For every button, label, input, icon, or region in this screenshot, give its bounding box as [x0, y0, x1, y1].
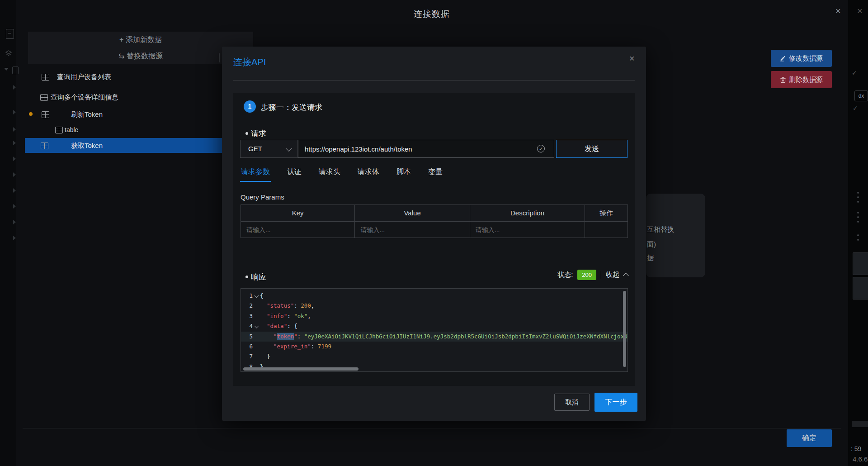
- line-number: 2: [245, 301, 253, 311]
- code-token: "status": [267, 302, 294, 309]
- line-number: 7: [245, 352, 253, 361]
- horizontal-scrollbar[interactable]: [243, 367, 359, 371]
- table-icon: [55, 127, 63, 133]
- tree-collapse-caret[interactable]: [4, 68, 9, 71]
- version-label: 4.6.6: [853, 455, 868, 463]
- line-number: 6: [245, 342, 253, 352]
- info-tooltip-panel: 互相替换 面) 据: [646, 194, 705, 277]
- tree-expand-caret[interactable]: [13, 157, 16, 161]
- edit-datasource-button[interactable]: 修改数据源: [771, 50, 832, 67]
- column-header: Key: [241, 205, 355, 221]
- add-new-data-button[interactable]: + 添加新数据: [28, 32, 253, 48]
- param-input[interactable]: [470, 222, 585, 238]
- code-text: "data": {: [267, 321, 297, 331]
- sidebar-item-5[interactable]: 获取Token: [25, 138, 222, 153]
- dialog-close-icon[interactable]: ×: [835, 6, 841, 15]
- tree-expand-caret[interactable]: [13, 220, 16, 224]
- sidebar-item-label: 查询多个设备详细信息: [51, 93, 118, 102]
- code-token: :: [297, 333, 304, 340]
- code-token: "ok": [294, 313, 307, 319]
- tree-expand-caret[interactable]: [13, 141, 16, 145]
- cancel-button[interactable]: 取消: [554, 394, 590, 411]
- response-meta: 状态: 200 收起: [557, 270, 628, 280]
- tab-6[interactable]: 变量: [427, 167, 443, 182]
- tree-expand-caret[interactable]: [13, 172, 16, 177]
- code-token: "info": [267, 313, 287, 319]
- tree-expand-caret[interactable]: [13, 188, 16, 193]
- line-number: 3: [245, 311, 253, 321]
- query-params-title: Query Params: [241, 193, 284, 201]
- edge-check-icon: ✓: [853, 105, 858, 112]
- fold-arrow-icon[interactable]: [255, 294, 259, 298]
- url-input[interactable]: [298, 140, 554, 158]
- method-value: GET: [248, 145, 262, 152]
- code-token: "expire_in": [274, 343, 311, 350]
- tooltip-line: 面): [647, 240, 656, 249]
- fold-arrow-icon[interactable]: [255, 324, 259, 328]
- column-header: Description: [470, 205, 585, 221]
- tab-1[interactable]: 请求参数: [240, 167, 271, 182]
- request-bullet: [245, 132, 248, 135]
- table-row: [241, 222, 627, 238]
- param-input[interactable]: [355, 222, 469, 238]
- tree-expand-caret[interactable]: [13, 127, 16, 132]
- swap-icon: ⇆: [118, 52, 124, 60]
- request-tabs: 请求参数认证请求头请求体脚本变量: [240, 167, 443, 182]
- sidebar-item-3[interactable]: 刷新Token: [25, 107, 222, 122]
- tree-expand-caret[interactable]: [13, 204, 16, 209]
- step-label: 步骤一：发送请求: [261, 102, 322, 113]
- collapse-label[interactable]: 收起: [606, 271, 619, 279]
- column-header: 操作: [585, 205, 627, 221]
- response-section-label: 响应: [251, 272, 266, 282]
- tree-expand-caret[interactable]: [13, 85, 16, 90]
- table-icon: [42, 111, 49, 118]
- send-button[interactable]: 发送: [556, 140, 627, 158]
- sidebar-item-4[interactable]: table: [25, 122, 222, 137]
- modal-title: 连接API: [233, 56, 266, 68]
- table-icon: [42, 74, 49, 81]
- tree-expand-caret[interactable]: [13, 110, 16, 114]
- sidebar-item-label: table: [65, 126, 78, 133]
- table-icon: [41, 143, 48, 149]
- chevron-up-icon[interactable]: [623, 273, 629, 279]
- table-cell: [585, 222, 627, 238]
- code-text: "token": "eyJ0eXAiOiJKV1QiLCJhbGciOiJIUz…: [274, 332, 628, 342]
- tab-2[interactable]: 认证: [286, 167, 302, 182]
- sidebar-item-2[interactable]: 查询多个设备详细信息: [25, 90, 222, 105]
- next-step-button[interactable]: 下一步: [594, 393, 637, 412]
- confirm-button[interactable]: 确定: [787, 429, 832, 447]
- code-text: {: [260, 291, 264, 301]
- step-number-badge: 1: [244, 100, 256, 113]
- add-new-data-label: 添加新数据: [126, 36, 162, 43]
- thumbnail-card[interactable]: [853, 252, 868, 275]
- thumbnail-card[interactable]: [853, 277, 868, 300]
- tab-3[interactable]: 请求头: [318, 167, 341, 182]
- response-code-editor[interactable]: 1{2"status": 200,3"info": "ok",4"data": …: [241, 288, 628, 372]
- tree-expand-caret[interactable]: [13, 236, 16, 240]
- meta-divider: [601, 271, 601, 279]
- code-line-3: 3"info": "ok",: [241, 311, 627, 321]
- param-input[interactable]: [241, 222, 354, 238]
- sidebar-item-1[interactable]: 查询用户设备列表: [25, 69, 222, 84]
- unsaved-dot-icon: [29, 112, 33, 116]
- code-token: ,: [311, 302, 315, 309]
- document-icon[interactable]: [6, 29, 14, 39]
- code-line-7: 7}: [241, 352, 627, 361]
- dialog-title: 连接数据: [15, 8, 848, 20]
- edge-close-icon[interactable]: ×: [857, 6, 863, 15]
- tab-5[interactable]: 脚本: [396, 167, 412, 182]
- code-token: }: [267, 353, 270, 360]
- table-header-row: KeyValueDescription操作: [241, 205, 627, 222]
- layers-icon[interactable]: [5, 50, 12, 57]
- modal-close-icon[interactable]: ×: [629, 53, 635, 64]
- table-cell: [355, 222, 470, 238]
- sidebar-item-label: 刷新Token: [71, 110, 103, 119]
- vertical-scrollbar[interactable]: [623, 291, 626, 367]
- edge-panel-fragment: [852, 421, 868, 427]
- delete-datasource-button[interactable]: 删除数据源: [771, 71, 832, 88]
- code-line-2: 2"status": 200,: [241, 301, 627, 311]
- code-token: ,: [307, 313, 311, 319]
- code-token: "eyJ0eXAiOiJKV1QiLCJhbGciOiJIUzI1NiJ9.ey…: [304, 333, 628, 340]
- method-select[interactable]: GET: [240, 140, 298, 158]
- tab-4[interactable]: 请求体: [357, 167, 380, 182]
